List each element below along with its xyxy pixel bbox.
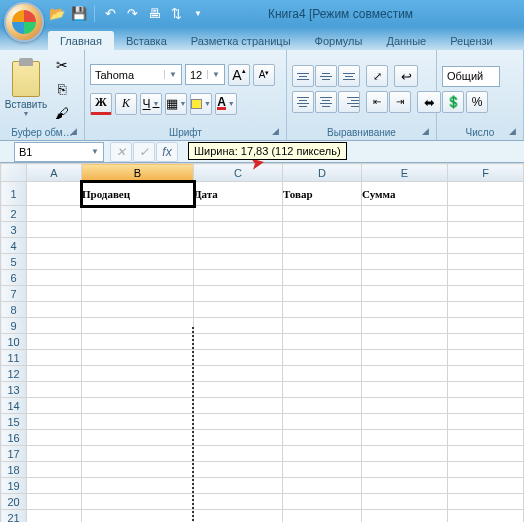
tab-insert[interactable]: Вставка <box>114 31 179 50</box>
orientation-button[interactable]: ⤢ <box>366 65 388 87</box>
chevron-down-icon[interactable]: ▼ <box>204 100 211 107</box>
cell-F2[interactable] <box>448 206 524 222</box>
cell-F11[interactable] <box>448 350 524 366</box>
cell-B4[interactable] <box>82 238 194 254</box>
cell-B15[interactable] <box>82 414 194 430</box>
cell-A20[interactable] <box>27 494 82 510</box>
decrease-font-button[interactable]: A▾ <box>253 64 275 86</box>
font-name-combo[interactable]: Tahoma ▼ <box>90 64 182 85</box>
row-header-15[interactable]: 15 <box>1 414 27 430</box>
cell-B3[interactable] <box>82 222 194 238</box>
cell-D11[interactable] <box>283 350 362 366</box>
italic-button[interactable]: К <box>115 93 137 115</box>
font-color-button[interactable]: A▼ <box>215 93 237 115</box>
print-icon[interactable]: 🖶 <box>145 5 163 23</box>
cell-D8[interactable] <box>283 302 362 318</box>
cell-D14[interactable] <box>283 398 362 414</box>
cell-A10[interactable] <box>27 334 82 350</box>
cell-C9[interactable] <box>194 318 283 334</box>
cell-F6[interactable] <box>448 270 524 286</box>
cell-F10[interactable] <box>448 334 524 350</box>
cell-F12[interactable] <box>448 366 524 382</box>
cell-C5[interactable] <box>194 254 283 270</box>
row-header-14[interactable]: 14 <box>1 398 27 414</box>
format-painter-button[interactable]: 🖌 <box>50 102 74 124</box>
cell-C10[interactable] <box>194 334 283 350</box>
cell-F8[interactable] <box>448 302 524 318</box>
increase-font-button[interactable]: A▴ <box>228 64 250 86</box>
cell-D9[interactable] <box>283 318 362 334</box>
cell-A16[interactable] <box>27 430 82 446</box>
row-header-18[interactable]: 18 <box>1 462 27 478</box>
column-resize-guide[interactable] <box>192 326 194 522</box>
number-launcher[interactable]: ◢ <box>509 126 521 138</box>
tab-home[interactable]: Главная <box>48 31 114 50</box>
cell-D5[interactable] <box>283 254 362 270</box>
cell-F13[interactable] <box>448 382 524 398</box>
cell-A1[interactable] <box>27 182 82 206</box>
cell-C11[interactable] <box>194 350 283 366</box>
cell-F17[interactable] <box>448 446 524 462</box>
align-right-button[interactable] <box>338 91 360 113</box>
column-header-d[interactable]: D <box>283 164 362 182</box>
row-header-21[interactable]: 21 <box>1 510 27 523</box>
cell-C19[interactable] <box>194 478 283 494</box>
tab-page-layout[interactable]: Разметка страницы <box>179 31 303 50</box>
accounting-format-button[interactable]: 💲 <box>442 91 464 113</box>
save-icon[interactable]: 💾 <box>70 5 88 23</box>
cell-B13[interactable] <box>82 382 194 398</box>
cell-F14[interactable] <box>448 398 524 414</box>
cell-E16[interactable] <box>362 430 448 446</box>
cell-C18[interactable] <box>194 462 283 478</box>
cell-E2[interactable] <box>362 206 448 222</box>
row-header-20[interactable]: 20 <box>1 494 27 510</box>
cell-F21[interactable] <box>448 510 524 523</box>
row-header-7[interactable]: 7 <box>1 286 27 302</box>
tab-review[interactable]: Рецензи <box>438 31 505 50</box>
row-header-13[interactable]: 13 <box>1 382 27 398</box>
cell-E13[interactable] <box>362 382 448 398</box>
cell-B1[interactable]: Продавец <box>82 182 194 206</box>
align-left-button[interactable] <box>292 91 314 113</box>
fx-button[interactable]: fx <box>156 142 178 162</box>
cell-E21[interactable] <box>362 510 448 523</box>
redo-icon[interactable]: ↷ <box>123 5 141 23</box>
font-size-combo[interactable]: 12 ▼ <box>185 64 225 85</box>
cell-A8[interactable] <box>27 302 82 318</box>
cell-F16[interactable] <box>448 430 524 446</box>
cell-E11[interactable] <box>362 350 448 366</box>
chevron-down-icon[interactable]: ▼ <box>153 100 160 107</box>
sort-icon[interactable]: ⇅ <box>167 5 185 23</box>
cell-B10[interactable] <box>82 334 194 350</box>
chevron-down-icon[interactable]: ▼ <box>207 70 220 79</box>
fill-color-button[interactable]: ▼ <box>190 93 212 115</box>
cell-D16[interactable] <box>283 430 362 446</box>
column-header-b[interactable]: B <box>82 164 194 182</box>
cell-D1[interactable]: Товар <box>283 182 362 206</box>
percent-format-button[interactable]: % <box>466 91 488 113</box>
row-header-10[interactable]: 10 <box>1 334 27 350</box>
cell-D4[interactable] <box>283 238 362 254</box>
cell-C4[interactable] <box>194 238 283 254</box>
cell-E19[interactable] <box>362 478 448 494</box>
cell-A21[interactable] <box>27 510 82 523</box>
borders-button[interactable]: ▦▼ <box>165 93 187 115</box>
font-launcher[interactable]: ◢ <box>272 126 284 138</box>
cell-C2[interactable] <box>194 206 283 222</box>
row-header-12[interactable]: 12 <box>1 366 27 382</box>
number-format-combo[interactable]: Общий <box>442 66 500 87</box>
copy-button[interactable]: ⎘ <box>50 78 74 100</box>
cell-F3[interactable] <box>448 222 524 238</box>
cell-F9[interactable] <box>448 318 524 334</box>
cell-C3[interactable] <box>194 222 283 238</box>
cell-A7[interactable] <box>27 286 82 302</box>
align-center-button[interactable] <box>315 91 337 113</box>
cell-C7[interactable] <box>194 286 283 302</box>
cell-D20[interactable] <box>283 494 362 510</box>
cell-A2[interactable] <box>27 206 82 222</box>
cell-C12[interactable] <box>194 366 283 382</box>
cell-F18[interactable] <box>448 462 524 478</box>
cell-D10[interactable] <box>283 334 362 350</box>
cell-C6[interactable] <box>194 270 283 286</box>
increase-indent-button[interactable]: ⇥ <box>389 91 411 113</box>
